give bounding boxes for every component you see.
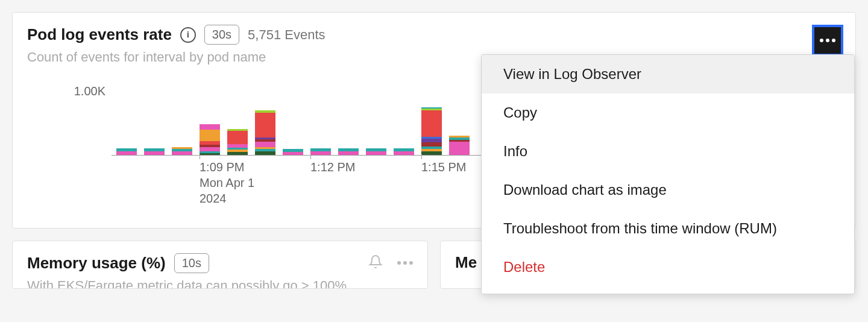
- bar-segment: [227, 152, 248, 155]
- bar-segment: [200, 153, 220, 155]
- x-tick-label: 1:15 PM: [421, 159, 466, 175]
- panel-actions: [368, 254, 413, 271]
- chart-bar[interactable]: [449, 136, 470, 155]
- menu-item[interactable]: Copy: [482, 93, 854, 132]
- menu-item[interactable]: Download chart as image: [482, 171, 854, 209]
- menu-item[interactable]: Troubleshoot from this time window (RUM): [482, 209, 854, 248]
- chart-bar[interactable]: [144, 148, 165, 155]
- more-options-button[interactable]: [812, 25, 843, 56]
- y-axis: 1.00K: [27, 77, 105, 98]
- x-tick: 1:12 PM: [310, 159, 355, 175]
- bar-segment: [449, 142, 470, 155]
- bell-icon[interactable]: [368, 254, 383, 271]
- chart-bar[interactable]: [255, 110, 275, 155]
- chart-bar[interactable]: [227, 129, 248, 155]
- info-icon[interactable]: i: [180, 27, 196, 43]
- bar-segment: [310, 151, 331, 156]
- bar-segment: [116, 151, 137, 156]
- bar-segment: [421, 110, 442, 136]
- bar-segment: [283, 152, 303, 155]
- chart-bar[interactable]: [394, 148, 414, 155]
- bar-segment: [394, 151, 414, 156]
- bar-segment: [227, 131, 248, 144]
- bar-segment: [421, 151, 442, 156]
- chart-bar[interactable]: [283, 149, 303, 155]
- interval-badge[interactable]: 10s: [174, 253, 209, 273]
- menu-item[interactable]: View in Log Observer: [482, 55, 854, 93]
- chart-bar[interactable]: [200, 124, 220, 155]
- panel-title: Pod log events rate: [27, 25, 172, 44]
- bar-segment: [338, 151, 359, 156]
- bar-segment: [255, 151, 275, 156]
- chart-bar[interactable]: [421, 107, 442, 155]
- panel-subtitle-cutoff: With EKS/Fargate metric data can possibl…: [27, 278, 413, 289]
- bar-segment: [200, 124, 220, 130]
- panel-header: Pod log events rate i 30s 5,751 Events: [27, 25, 841, 45]
- chart-bar[interactable]: [172, 147, 192, 155]
- chart-bar[interactable]: [310, 148, 331, 155]
- event-count: 5,751 Events: [248, 27, 325, 43]
- chart-bar[interactable]: [338, 148, 359, 155]
- menu-item[interactable]: Delete: [482, 248, 854, 286]
- bar-segment: [255, 142, 275, 147]
- menu-item[interactable]: Info: [482, 132, 854, 171]
- memory-usage-title: Memory usage (%): [27, 254, 166, 273]
- bar-segment: [172, 151, 192, 156]
- bottom-panel-header: Memory usage (%) 10s: [27, 253, 413, 273]
- context-menu: View in Log ObserverCopyInfoDownload cha…: [481, 54, 855, 294]
- x-tick-sublabel: Mon Apr 1: [200, 175, 254, 191]
- memory-usage-panel: Memory usage (%) 10s With EKS/Fargate me…: [12, 241, 428, 289]
- interval-badge[interactable]: 30s: [204, 25, 239, 45]
- x-tick-label: 1:12 PM: [310, 159, 355, 175]
- chart-bar[interactable]: [366, 148, 386, 155]
- y-tick-label: 1.00K: [27, 84, 105, 98]
- chart-bar[interactable]: [116, 148, 137, 155]
- more-options-icon[interactable]: [397, 261, 413, 265]
- x-tick: 1:09 PMMon Apr 12024: [200, 159, 254, 206]
- bar-segment: [255, 113, 275, 137]
- bar-segment: [200, 130, 220, 142]
- bar-segment: [144, 151, 165, 156]
- x-tick-label: 1:09 PM: [200, 159, 254, 175]
- x-tick: 1:15 PM: [421, 159, 466, 175]
- panel-title-cutoff: Me: [455, 253, 477, 272]
- bar-segment: [366, 151, 386, 156]
- x-tick-sublabel: 2024: [200, 191, 254, 206]
